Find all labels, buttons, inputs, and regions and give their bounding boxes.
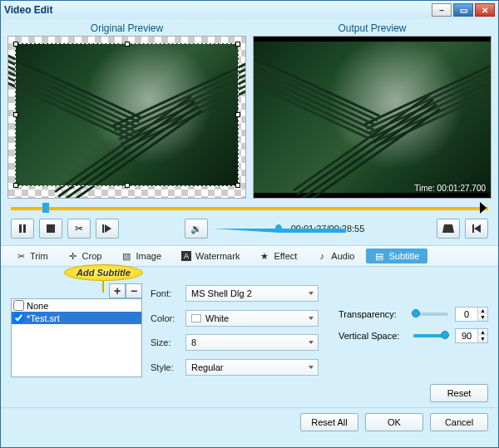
svg-marker-4 <box>105 224 111 233</box>
step-icon <box>102 224 112 233</box>
vspace-thumb[interactable] <box>441 331 449 339</box>
subtitle-checkbox-test[interactable] <box>13 313 24 323</box>
transparency-spinner[interactable]: 0 ▲▼ <box>455 307 488 322</box>
speaker-icon: 🔉 <box>190 224 202 234</box>
tab-effect[interactable]: ★ Effect <box>251 249 305 263</box>
tab-watermark[interactable]: A Watermark <box>173 249 248 263</box>
titlebar[interactable]: Video Edit – ▭ ✕ <box>1 1 498 19</box>
vspace-spinner[interactable]: 90 ▲▼ <box>455 328 488 343</box>
svg-marker-6 <box>474 224 481 233</box>
subtitle-row-test[interactable]: *Test.srt <box>12 312 141 324</box>
spin-down-icon[interactable]: ▼ <box>477 336 487 342</box>
music-icon: ♪ <box>317 251 327 261</box>
tab-watermark-label: Watermark <box>195 251 240 261</box>
star-icon: ★ <box>259 251 269 261</box>
stop-button[interactable] <box>39 219 62 239</box>
transparency-slider[interactable] <box>413 313 448 316</box>
style-combo[interactable]: Regular <box>185 359 319 376</box>
subtitle-label: *Test.srt <box>27 313 60 323</box>
tab-image[interactable]: ▧ Image <box>113 249 170 263</box>
output-preview-image <box>254 42 491 193</box>
timeline[interactable] <box>11 204 488 212</box>
cancel-button[interactable]: Cancel <box>430 413 488 431</box>
size-combo[interactable]: 8 <box>185 334 319 351</box>
crop-handle-n[interactable] <box>125 42 130 47</box>
subtitle-list[interactable]: None *Test.srt <box>11 298 142 377</box>
vspace-slider[interactable] <box>413 334 448 337</box>
subtitle-row-none[interactable]: None <box>12 299 141 312</box>
maximize-button[interactable]: ▭ <box>453 3 473 17</box>
tab-effect-label: Effect <box>274 251 297 261</box>
spin-up-icon[interactable]: ▲ <box>477 308 487 314</box>
crop-handle-ne[interactable] <box>235 42 240 47</box>
timeline-track <box>11 207 488 210</box>
timeline-playhead[interactable] <box>42 203 49 213</box>
spin-up-icon[interactable]: ▲ <box>477 329 487 336</box>
tab-trim[interactable]: ✂ Trim <box>7 249 57 263</box>
close-button[interactable]: ✕ <box>475 3 495 17</box>
font-value: MS Shell Dlg 2 <box>191 288 252 298</box>
crop-handle-se[interactable] <box>235 183 240 188</box>
step-button[interactable] <box>96 219 119 239</box>
transparency-thumb[interactable] <box>412 309 420 318</box>
size-label: Size: <box>151 337 180 347</box>
original-preview-label: Original Preview <box>7 22 246 36</box>
transparency-label: Transparency: <box>338 309 407 319</box>
font-combo[interactable]: MS Shell Dlg 2 <box>185 285 319 302</box>
tab-crop[interactable]: ✛ Crop <box>60 249 111 263</box>
volume-slider[interactable] <box>213 226 279 231</box>
font-label: Font: <box>151 288 180 298</box>
snapshot-button[interactable]: ✂ <box>67 219 91 239</box>
window-title: Video Edit <box>4 4 52 16</box>
output-preview[interactable]: Time: 00:01:27.700 <box>253 36 492 199</box>
tab-trim-label: Trim <box>30 251 48 261</box>
crop-handle-sw[interactable] <box>13 183 18 188</box>
timeline-end-marker[interactable] <box>480 202 487 214</box>
callout-text: Add Subtitle <box>64 264 143 281</box>
style-label: Style: <box>151 362 180 372</box>
reset-button[interactable]: Reset <box>430 384 488 402</box>
crop-handle-nw[interactable] <box>13 42 18 47</box>
prev-button[interactable] <box>465 219 488 239</box>
color-label: Color: <box>151 313 180 323</box>
vspace-value: 90 <box>456 331 477 341</box>
pause-icon <box>18 224 27 233</box>
volume-button[interactable]: 🔉 <box>185 219 208 239</box>
color-swatch <box>191 314 201 322</box>
add-subtitle-callout: Add Subtitle <box>64 264 143 293</box>
crop-icon: ✛ <box>68 251 78 261</box>
svg-rect-3 <box>102 224 104 233</box>
crop-handle-w[interactable] <box>13 112 18 117</box>
watermark-icon: A <box>181 251 191 261</box>
image-icon: ▧ <box>121 251 131 261</box>
output-preview-label: Output Preview <box>253 22 492 36</box>
original-preview[interactable] <box>7 36 246 199</box>
tab-crop-label: Crop <box>82 251 102 261</box>
tab-subtitle-label: Subtitle <box>388 251 419 261</box>
ok-button[interactable]: OK <box>365 413 423 431</box>
crop-handle-e[interactable] <box>235 112 240 117</box>
view-mode-button[interactable] <box>437 219 460 239</box>
trapezoid-icon <box>442 224 454 233</box>
vspace-label: Vertical Space: <box>338 331 407 341</box>
crop-rectangle[interactable] <box>15 43 239 186</box>
pause-button[interactable] <box>11 219 34 239</box>
spin-down-icon[interactable]: ▼ <box>477 314 487 321</box>
volume-thumb[interactable] <box>275 224 282 233</box>
svg-marker-5 <box>442 224 454 233</box>
video-edit-window: Video Edit – ▭ ✕ Original Preview <box>0 0 499 448</box>
tab-audio-label: Audio <box>331 251 354 261</box>
subtitle-icon: ▤ <box>374 251 384 261</box>
tab-audio[interactable]: ♪ Audio <box>309 249 363 263</box>
subtitle-label: None <box>27 301 48 311</box>
reset-all-button[interactable]: Reset All <box>300 413 358 431</box>
subtitle-checkbox-none[interactable] <box>13 300 24 311</box>
style-value: Regular <box>191 362 224 372</box>
minimize-button[interactable]: – <box>432 3 452 17</box>
tab-subtitle[interactable]: ▤ Subtitle <box>366 249 427 263</box>
svg-rect-7 <box>472 224 474 233</box>
crop-handle-s[interactable] <box>125 183 130 188</box>
color-combo[interactable]: White <box>185 310 319 327</box>
camera-icon: ✂ <box>75 223 83 234</box>
svg-rect-0 <box>19 224 22 233</box>
